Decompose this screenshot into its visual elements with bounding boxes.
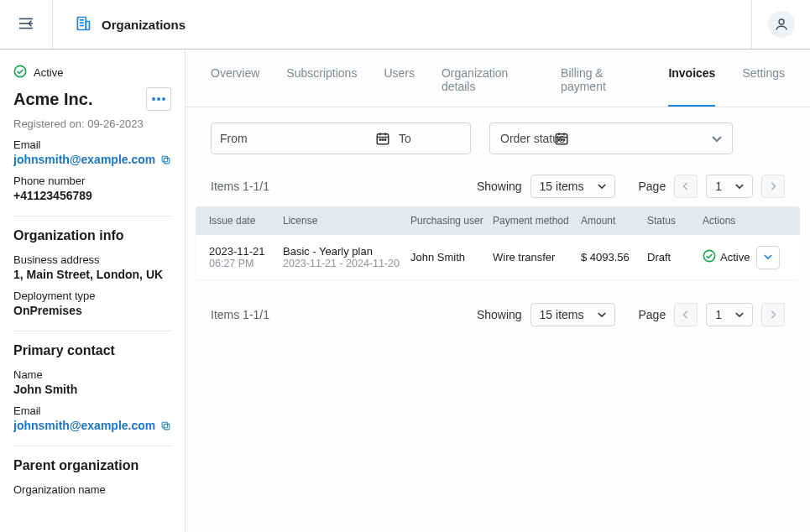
organization-name: Acme Inc. xyxy=(13,90,92,109)
svg-point-31 xyxy=(703,250,714,261)
row-status: Draft xyxy=(647,251,703,263)
status-text: Active xyxy=(34,66,63,79)
tab-subscriptions[interactable]: Subscriptions xyxy=(286,66,357,107)
phone-value: +41123456789 xyxy=(13,189,171,202)
chevron-down-icon xyxy=(712,132,722,145)
contact-email-label: Email xyxy=(13,404,171,417)
tab-organization-details[interactable]: Organization details xyxy=(442,66,534,107)
prev-page-button-bottom[interactable] xyxy=(674,303,698,326)
organizations-icon xyxy=(75,15,91,34)
active-check-icon xyxy=(703,249,716,265)
business-address-value: 1, Main Street, London, UK xyxy=(13,268,171,281)
svg-point-22 xyxy=(382,139,384,141)
user-avatar[interactable] xyxy=(768,11,795,38)
col-actions: Actions xyxy=(703,215,786,227)
next-page-button-top[interactable] xyxy=(761,175,785,198)
deployment-type-value: OnPremises xyxy=(13,304,171,317)
row-license-plan: Basic - Yearly plan xyxy=(283,245,410,258)
date-from-input[interactable] xyxy=(212,123,375,154)
col-issue-date: Issue date xyxy=(209,215,283,227)
tab-settings[interactable]: Settings xyxy=(742,66,785,107)
tab-overview[interactable]: Overview xyxy=(211,66,259,107)
svg-point-11 xyxy=(157,97,160,101)
page-label-bottom: Page xyxy=(639,308,666,321)
svg-point-21 xyxy=(379,139,381,141)
parent-org-name-label: Organization name xyxy=(13,483,171,496)
col-status: Status xyxy=(647,215,703,227)
row-actions-dropdown[interactable] xyxy=(756,246,780,269)
page-num-select-top[interactable]: 1 xyxy=(706,175,753,198)
primary-contact-heading: Primary contact xyxy=(13,343,171,358)
svg-rect-13 xyxy=(165,158,170,164)
order-status-select[interactable]: Order status xyxy=(489,123,733,154)
col-purchasing-user: Purchasing user xyxy=(410,215,493,227)
contact-email-link[interactable]: johnsmith@example.com xyxy=(13,419,171,432)
registered-on: Registered on: 09-26-2023 xyxy=(13,117,171,130)
order-status-label: Order status xyxy=(500,132,565,145)
page-num-select-bottom[interactable]: 1 xyxy=(706,303,753,326)
prev-page-button-top[interactable] xyxy=(674,175,698,198)
col-amount: Amount xyxy=(581,215,647,227)
svg-point-10 xyxy=(152,97,155,101)
phone-label: Phone number xyxy=(13,175,171,187)
svg-rect-15 xyxy=(165,424,170,430)
contact-name-label: Name xyxy=(13,368,171,381)
showing-label-bottom: Showing xyxy=(477,308,522,321)
contact-name-value: John Smith xyxy=(13,383,171,396)
row-amount: $ 4093.56 xyxy=(581,251,647,263)
email-link[interactable]: johnsmith@example.com xyxy=(13,153,171,166)
svg-point-12 xyxy=(162,97,165,101)
row-payment-method: Wire transfer xyxy=(493,251,581,263)
svg-point-23 xyxy=(384,139,386,141)
page-label-top: Page xyxy=(639,180,666,193)
col-payment-method: Payment method xyxy=(493,215,581,227)
email-label: Email xyxy=(13,138,171,151)
next-page-button-bottom[interactable] xyxy=(761,303,785,326)
page-size-select-bottom[interactable]: 15 items xyxy=(530,303,615,326)
items-count-bottom: Items 1-1/1 xyxy=(211,308,269,321)
menu-collapse-icon[interactable] xyxy=(18,17,34,33)
row-license-period: 2023-11-21 - 2024-11-20 xyxy=(283,258,410,269)
more-actions-button[interactable] xyxy=(146,87,171,111)
svg-rect-14 xyxy=(162,156,168,162)
items-count-top: Items 1-1/1 xyxy=(211,180,269,193)
business-address-label: Business address xyxy=(13,253,171,266)
status-check-icon xyxy=(13,65,27,81)
svg-rect-4 xyxy=(86,21,89,29)
table-row: 2023-11-21 06:27 PM Basic - Yearly plan … xyxy=(196,235,800,279)
calendar-from-icon[interactable] xyxy=(375,131,390,146)
page-size-select-top[interactable]: 15 items xyxy=(530,175,615,198)
page-title: Organizations xyxy=(102,18,186,32)
tab-invoices[interactable]: Invoices xyxy=(668,66,715,107)
showing-label-top: Showing xyxy=(477,180,522,193)
svg-rect-16 xyxy=(162,422,168,428)
row-issue-date: 2023-11-21 xyxy=(209,245,283,258)
tab-billing-payment[interactable]: Billing & payment xyxy=(561,66,641,107)
deployment-type-label: Deployment type xyxy=(13,289,171,302)
tab-users[interactable]: Users xyxy=(384,66,415,107)
org-info-heading: Organization info xyxy=(13,228,171,243)
row-purchasing-user: John Smith xyxy=(410,251,493,263)
parent-org-heading: Parent organization xyxy=(13,458,171,473)
svg-point-8 xyxy=(779,19,784,24)
svg-point-9 xyxy=(14,65,25,76)
row-action-label: Active xyxy=(720,251,750,263)
row-issue-time: 06:27 PM xyxy=(209,258,283,269)
col-license: License xyxy=(283,215,410,227)
